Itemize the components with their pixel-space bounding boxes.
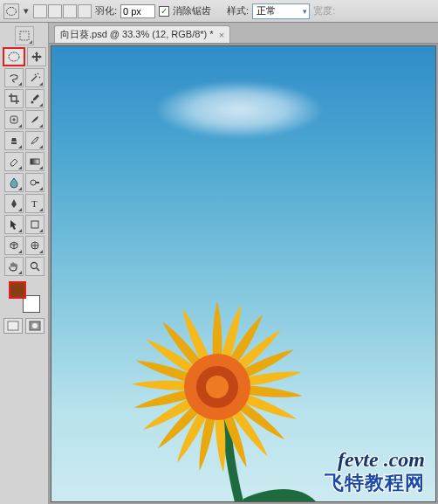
svg-rect-11 — [8, 321, 18, 330]
close-icon[interactable]: × — [219, 30, 224, 40]
options-bar: ▾ 羽化: ✓ 消除锯齿 样式: 正常 ▾ 宽度: — [0, 0, 438, 23]
svg-point-10 — [31, 263, 37, 269]
svg-text:T: T — [31, 198, 38, 209]
svg-rect-8 — [31, 221, 38, 228]
cloud-shape — [156, 81, 322, 138]
document-tab-bar: 向日葵.psd @ 33.3% (12, RGB/8*) * × — [49, 23, 438, 44]
watermark-url: fevte .com — [338, 448, 425, 472]
feather-input[interactable] — [120, 4, 155, 18]
width-label: 宽度: — [313, 4, 335, 17]
svg-point-3 — [31, 101, 33, 104]
magic-wand-tool[interactable] — [25, 68, 44, 87]
3d-tool[interactable] — [4, 236, 24, 255]
type-tool[interactable]: T — [25, 194, 44, 213]
mode-subtract-selection[interactable] — [63, 4, 77, 18]
antialias-label: 消除锯齿 — [173, 4, 211, 17]
gradient-tool[interactable] — [25, 152, 44, 171]
eyedropper-tool[interactable] — [25, 89, 44, 108]
feather-label: 羽化: — [95, 4, 117, 17]
document-area: 向日葵.psd @ 33.3% (12, RGB/8*) * × — [49, 23, 438, 504]
style-select-value: 正常 — [257, 4, 276, 17]
watermark-text: 飞特教程网 — [325, 470, 425, 496]
color-swatches — [9, 281, 40, 313]
svg-point-13 — [32, 323, 38, 328]
foreground-color-swatch[interactable] — [9, 281, 26, 299]
standard-mode[interactable] — [3, 318, 23, 334]
hand-tool[interactable] — [4, 257, 24, 276]
dodge-tool[interactable] — [25, 173, 44, 192]
eraser-tool[interactable] — [4, 152, 24, 171]
blur-tool[interactable] — [4, 173, 24, 192]
path-selection-tool[interactable] — [4, 215, 24, 234]
style-select[interactable]: 正常 ▾ — [252, 3, 310, 19]
mode-intersect-selection[interactable] — [78, 4, 92, 18]
chevron-down-icon: ▾ — [303, 7, 307, 16]
elliptical-marquee-tool[interactable] — [3, 47, 25, 66]
document-tab-title: 向日葵.psd @ 33.3% (12, RGB/8*) * — [60, 28, 214, 41]
rectangular-marquee-tool[interactable] — [15, 26, 34, 45]
healing-brush-tool[interactable] — [4, 110, 24, 129]
sunflower-artwork — [104, 282, 331, 502]
brush-tool[interactable] — [25, 110, 44, 129]
crop-tool[interactable] — [4, 89, 24, 108]
clone-stamp-tool[interactable] — [4, 131, 24, 150]
svg-point-6 — [31, 180, 36, 185]
pen-tool[interactable] — [4, 194, 24, 213]
svg-point-16 — [206, 376, 229, 398]
history-brush-tool[interactable] — [25, 131, 44, 150]
tools-palette: T — [0, 23, 49, 504]
document-tab[interactable]: 向日葵.psd @ 33.3% (12, RGB/8*) * × — [54, 25, 230, 43]
quickmask-mode[interactable] — [25, 318, 44, 334]
move-tool[interactable] — [27, 47, 46, 66]
style-label: 样式: — [227, 4, 249, 17]
svg-point-0 — [7, 7, 17, 15]
mode-new-selection[interactable] — [33, 4, 47, 18]
shape-tool[interactable] — [25, 215, 44, 234]
mode-add-selection[interactable] — [48, 4, 62, 18]
canvas[interactable]: fevte .com 飞特教程网 — [51, 45, 436, 502]
selection-mode-group — [33, 4, 92, 18]
svg-point-2 — [9, 52, 19, 61]
lasso-tool[interactable] — [4, 68, 24, 87]
tool-preset-dropdown[interactable]: ▾ — [23, 3, 30, 19]
antialias-checkbox[interactable]: ✓ — [159, 6, 169, 17]
zoom-tool[interactable] — [25, 257, 44, 276]
3d-camera-tool[interactable] — [25, 236, 44, 255]
tool-preset-ellipse-marquee[interactable] — [3, 3, 19, 19]
svg-rect-1 — [20, 31, 29, 40]
svg-rect-5 — [31, 159, 39, 164]
